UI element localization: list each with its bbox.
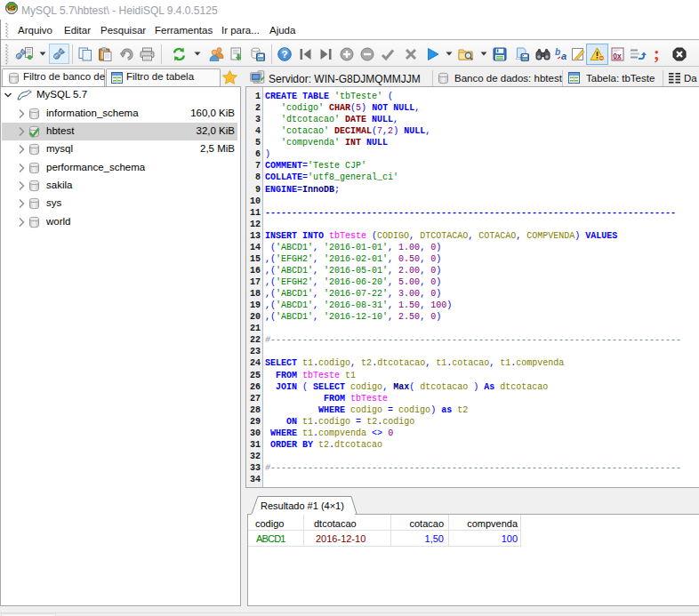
svg-text:a: a xyxy=(561,51,566,61)
svg-text:b: b xyxy=(555,47,560,57)
svg-text:HS: HS xyxy=(8,5,15,11)
svg-text:?: ? xyxy=(281,49,287,60)
